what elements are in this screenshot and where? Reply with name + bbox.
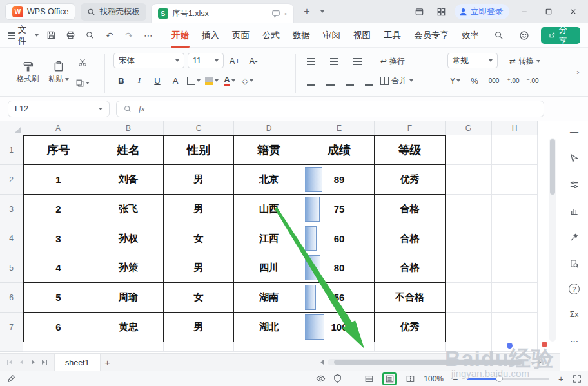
- first-sheet-button[interactable]: [4, 356, 15, 368]
- cell-D7[interactable]: 湖北: [234, 313, 304, 342]
- cell-C3[interactable]: 男: [164, 195, 234, 224]
- align-right-button[interactable]: [342, 75, 357, 89]
- cell-H2[interactable]: [492, 165, 538, 195]
- align-top-button[interactable]: [303, 54, 318, 68]
- document-tab-active[interactable]: S 序号1.xlsx •: [152, 4, 293, 23]
- cell-F5[interactable]: 合格: [375, 253, 446, 283]
- merge-cells-button[interactable]: 合并: [380, 73, 436, 88]
- cell-E6[interactable]: 56: [304, 283, 375, 313]
- collapse-panel-button[interactable]: —: [567, 125, 582, 138]
- cell-B2[interactable]: 刘备: [93, 165, 164, 195]
- horizontal-scrollbar-thumb[interactable]: [334, 360, 522, 365]
- search-circle-icon[interactable]: [123, 104, 132, 113]
- cell-F4[interactable]: 合格: [375, 224, 446, 253]
- previous-sheet-button[interactable]: [15, 356, 27, 368]
- row-header-2[interactable]: 2: [0, 165, 23, 195]
- horizontal-scrollbar[interactable]: [328, 359, 531, 365]
- save-button[interactable]: [45, 28, 58, 43]
- cell-E1[interactable]: 成绩: [304, 135, 375, 165]
- cell-G2[interactable]: [446, 165, 492, 195]
- cell-partial-row[interactable]: [446, 342, 492, 352]
- column-header-G[interactable]: G: [446, 121, 492, 135]
- docer-template-tab[interactable]: 找稻壳模板: [81, 3, 146, 21]
- percent-button[interactable]: %: [467, 73, 482, 88]
- zoom-slider-knob[interactable]: [496, 375, 503, 382]
- italic-button[interactable]: I: [132, 73, 147, 88]
- cell-H4[interactable]: [492, 224, 538, 253]
- cell-E4[interactable]: 60: [304, 224, 375, 253]
- increase-decimal-button[interactable]: ⁺.00: [505, 73, 521, 88]
- row-header-1[interactable]: 1: [0, 135, 23, 165]
- row-header-7[interactable]: 7: [0, 313, 23, 342]
- menu-tab-审阅[interactable]: 审阅: [322, 23, 342, 48]
- last-sheet-button[interactable]: [39, 356, 50, 368]
- cell-name-box[interactable]: L12: [8, 101, 110, 117]
- cell-B6[interactable]: 周瑜: [93, 283, 164, 313]
- cell-D3[interactable]: 山西: [234, 195, 304, 224]
- cell-B7[interactable]: 黄忠: [93, 313, 164, 342]
- fullscreen-button[interactable]: [573, 374, 582, 383]
- align-middle-button[interactable]: [326, 54, 342, 68]
- font-color-button[interactable]: A: [222, 73, 237, 88]
- decrease-font-button[interactable]: A-: [246, 53, 261, 68]
- page-break-view-button[interactable]: [403, 372, 417, 385]
- chart-panel-button[interactable]: [567, 204, 582, 217]
- eye-protect-button[interactable]: [333, 374, 342, 383]
- cut-button[interactable]: [75, 55, 90, 70]
- cell-partial-row[interactable]: [234, 342, 304, 352]
- row-header-5[interactable]: 5: [0, 253, 23, 283]
- cell-B5[interactable]: 孙策: [93, 253, 164, 283]
- cell-C6[interactable]: 女: [164, 283, 234, 313]
- paste-button[interactable]: 粘贴: [44, 55, 74, 84]
- cell-A5[interactable]: 4: [23, 253, 93, 283]
- toolbar-collapse-button[interactable]: ›: [573, 52, 583, 92]
- column-header-E[interactable]: E: [304, 121, 375, 135]
- cell-E3[interactable]: 75: [304, 195, 375, 224]
- column-header-C[interactable]: C: [164, 121, 234, 135]
- cell-G5[interactable]: [446, 253, 492, 283]
- cell-H1[interactable]: [492, 135, 538, 165]
- customer-service-button[interactable]: [518, 28, 531, 43]
- convert-button[interactable]: ⇄ 转换: [509, 54, 540, 68]
- borders-button[interactable]: [186, 73, 201, 88]
- insert-function-icon[interactable]: fx: [139, 104, 145, 114]
- cell-partial-row[interactable]: [375, 342, 446, 352]
- cell-A6[interactable]: 5: [23, 283, 93, 313]
- cell-B4[interactable]: 孙权: [93, 224, 164, 253]
- preview-eye-button[interactable]: [315, 374, 326, 383]
- cell-C4[interactable]: 女: [164, 224, 234, 253]
- menu-tab-公式[interactable]: 公式: [261, 23, 281, 48]
- zoom-out-button[interactable]: −: [450, 374, 460, 384]
- cell-C7[interactable]: 男: [164, 313, 234, 342]
- search-commands-button[interactable]: [492, 28, 505, 43]
- page-layout-view-button[interactable]: [382, 372, 397, 385]
- cell-A1[interactable]: 序号: [23, 135, 93, 165]
- cell-A4[interactable]: 3: [23, 224, 93, 253]
- scroll-left-button[interactable]: [317, 358, 326, 367]
- zoom-in-button[interactable]: +: [556, 374, 566, 384]
- find-panel-button[interactable]: [567, 257, 582, 270]
- cell-partial-row[interactable]: [164, 342, 234, 352]
- normal-view-button[interactable]: [362, 372, 376, 385]
- window-switch-icon[interactable]: [411, 4, 427, 19]
- cell-G3[interactable]: [446, 195, 492, 224]
- redo-button[interactable]: ↷: [122, 28, 135, 43]
- zoom-value[interactable]: 100%: [424, 374, 444, 383]
- print-preview-button[interactable]: [84, 28, 97, 43]
- menu-tab-效率[interactable]: 效率: [460, 23, 480, 48]
- font-size-select[interactable]: 11: [188, 53, 224, 68]
- row-header-3[interactable]: 3: [0, 195, 23, 224]
- align-bottom-button[interactable]: [349, 54, 365, 68]
- cell-E5[interactable]: 80: [304, 253, 375, 283]
- align-center-button[interactable]: [322, 75, 338, 89]
- close-button[interactable]: [564, 3, 583, 20]
- help-button[interactable]: ?: [569, 284, 580, 294]
- add-sheet-button[interactable]: +: [101, 355, 115, 369]
- apps-icon[interactable]: [433, 4, 449, 19]
- tools-panel-button[interactable]: [567, 231, 582, 244]
- menu-tab-数据[interactable]: 数据: [291, 23, 311, 48]
- cell-H6[interactable]: [492, 283, 538, 313]
- column-header-A[interactable]: A: [23, 121, 93, 135]
- cell-partial-row[interactable]: [93, 342, 164, 352]
- justify-button[interactable]: [361, 75, 377, 89]
